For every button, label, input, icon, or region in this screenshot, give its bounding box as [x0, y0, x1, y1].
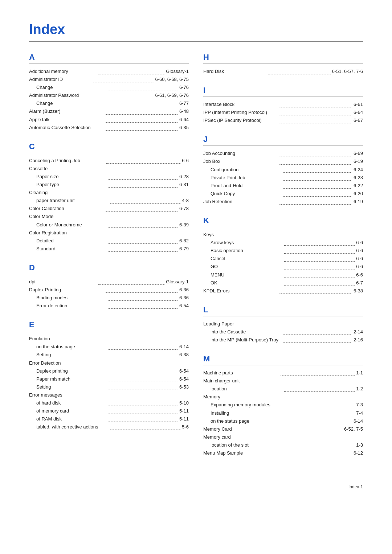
index-sub-entry: into the Cassette2-14	[203, 328, 363, 336]
index-sub-entry: of hard disk5-10	[29, 399, 189, 407]
sub-entry-page: 1-2	[356, 385, 363, 393]
sub-entry-page: 6-14	[179, 343, 189, 351]
index-sub-entry: Paper type6-31	[29, 181, 189, 189]
entry-dots	[93, 75, 154, 82]
entry-dots	[106, 157, 181, 164]
sub-entry-page: 2-16	[354, 336, 363, 344]
entry-dots	[105, 124, 178, 131]
section-letter: E	[29, 320, 189, 329]
entry-dots	[105, 205, 178, 212]
sub-entry-label: of memory card	[36, 407, 107, 415]
index-sub-entry: Change6-77	[29, 99, 189, 107]
section-divider	[203, 316, 363, 316]
index-sub-entry: Arrow keys6-6	[203, 239, 363, 247]
sub-entry-page: 6-38	[179, 351, 189, 359]
entry-label: IPSec (IP Security Protocol)	[203, 116, 278, 124]
sub-entry-dots	[284, 239, 355, 246]
section-divider	[203, 97, 363, 97]
entry-page: 6-64	[354, 108, 363, 116]
section-divider	[29, 331, 189, 331]
sub-entry-dots	[284, 279, 355, 286]
section-letter: A	[29, 53, 189, 62]
group-label: Color Registration	[29, 229, 189, 237]
sub-entry-page: 6-54	[179, 302, 189, 310]
index-sub-entry: Cancel6-6	[203, 255, 363, 263]
entry-label: Job Retention	[203, 198, 278, 206]
entry-dots	[274, 425, 343, 432]
sub-entry-label: Cancel	[211, 255, 283, 263]
section-letter: D	[29, 263, 189, 272]
entry-label: Hard Disk	[203, 67, 267, 75]
entry-label: Administrator Password	[29, 91, 91, 99]
sub-entry-dots	[283, 417, 352, 424]
entry-page: 6-36	[179, 286, 189, 294]
index-entry: Memory Card6-52, 7-5	[203, 425, 363, 433]
entry-label: Duplex Printing	[29, 286, 103, 294]
index-sub-entry: Quick Copy6-20	[203, 190, 363, 198]
sub-entry-dots	[284, 409, 355, 416]
section-letter: H	[203, 53, 363, 62]
sub-entry-label: Expanding memory modules	[211, 401, 283, 409]
index-sub-entry: Expanding memory modules7-3	[203, 401, 363, 409]
entry-page: 6-64	[179, 116, 189, 124]
sub-entry-dots	[283, 174, 352, 181]
sub-entry-dots	[109, 173, 178, 180]
sub-entry-dots	[109, 343, 178, 350]
sub-entry-page: 5-11	[179, 407, 189, 415]
section-letter: C	[29, 142, 189, 151]
section-divider	[29, 274, 189, 274]
index-section-i: IInterface Block6-61IPP (Internet Printi…	[203, 86, 363, 124]
index-section-e: EEmulationon the status page6-14Setting6…	[29, 320, 189, 431]
index-sub-entry: Setting6-38	[29, 351, 189, 359]
sub-entry-dots	[284, 247, 355, 254]
index-section-k: KKeysArrow keys6-6Basic operation6-6Canc…	[203, 216, 363, 295]
sub-entry-dots	[109, 99, 178, 106]
entry-dots	[98, 67, 165, 74]
right-column: HHard Disk6-51, 6-57, 7-6IInterface Bloc…	[203, 53, 363, 467]
sub-entry-label: into the MP (Multi-Purpose) Tray	[211, 336, 281, 344]
entry-dots	[281, 369, 355, 376]
index-sub-entry: Paper size6-28	[29, 173, 189, 181]
sub-entry-page: 6-79	[179, 245, 189, 253]
index-sub-entry: GO6-6	[203, 263, 363, 271]
sub-entry-page: 6-24	[354, 166, 363, 174]
sub-entry-label: location of the slot	[211, 441, 283, 449]
index-entry: Additional memoryGlossary-1	[29, 67, 189, 75]
sub-entry-label: of hard disk	[36, 399, 107, 407]
sub-entry-page: 4-8	[182, 197, 189, 205]
index-sub-entry: MENU6-6	[203, 271, 363, 279]
sub-entry-page: 6-6	[356, 263, 363, 271]
sub-entry-page: 6-39	[179, 221, 189, 229]
sub-entry-dots	[110, 197, 181, 204]
index-section-c: CCanceling a Printing Job6-6CassettePape…	[29, 142, 189, 253]
sub-entry-dots	[109, 221, 178, 228]
entry-label: Administrator ID	[29, 75, 91, 83]
group-label: Memory card	[203, 433, 363, 441]
sub-entry-label: Binding modes	[36, 294, 107, 302]
entry-dots	[279, 449, 352, 456]
section-letter: I	[203, 86, 363, 95]
sub-entry-dots	[284, 441, 355, 448]
sub-entry-page: 6-6	[356, 271, 363, 279]
sub-entry-dots	[109, 302, 178, 309]
entry-label: KPDL Errors	[203, 287, 278, 295]
index-entry: Job Retention6-19	[203, 198, 363, 206]
index-sub-entry: Detailed6-82	[29, 237, 189, 245]
entry-dots	[279, 108, 352, 115]
index-section-h: HHard Disk6-51, 6-57, 7-6	[203, 53, 363, 75]
page-title: Index	[29, 22, 363, 37]
sub-entry-label: location	[211, 385, 283, 393]
sub-entry-label: Detailed	[36, 237, 107, 245]
index-sub-entry: Paper mismatch6-54	[29, 375, 189, 383]
sub-entry-dots	[284, 263, 355, 270]
group-label: Loading Paper	[203, 320, 363, 328]
sub-entry-label: of RAM disk	[36, 415, 107, 423]
index-sub-entry: of memory card5-11	[29, 407, 189, 415]
index-entry: IPSec (IP Security Protocol)6-67	[203, 116, 363, 124]
sub-entry-dots	[109, 399, 178, 406]
sub-entry-page: 6-54	[179, 367, 189, 375]
entry-page: Glossary-1	[166, 67, 189, 75]
index-sub-entry: tabled, with corrective actions5-6	[29, 423, 189, 431]
sub-entry-page: 5-6	[182, 423, 189, 431]
sub-entry-page: 6-76	[179, 83, 189, 91]
